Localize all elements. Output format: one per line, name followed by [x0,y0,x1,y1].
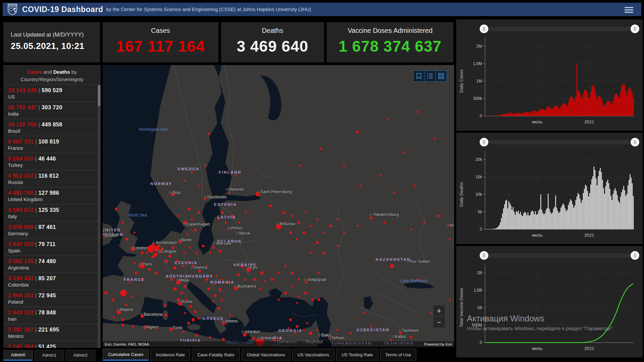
map-tab-global-vaccinations[interactable]: Global Vaccinations [241,349,290,361]
case-bubble[interactable] [316,329,318,331]
case-bubble[interactable] [113,316,115,318]
case-bubble[interactable] [271,278,273,281]
case-bubble[interactable] [305,212,307,214]
country-row[interactable]: 2 241 354 | 51 425Ukraine [3,341,101,348]
case-bubble[interactable] [152,255,154,258]
case-bubble[interactable] [291,285,293,287]
country-row[interactable]: 26 752 447 | 303 720India [3,102,101,119]
case-bubble[interactable] [155,272,158,274]
case-bubble[interactable] [417,111,419,113]
case-bubble[interactable] [121,323,124,326]
case-bubble[interactable] [390,264,394,268]
country-row[interactable]: 3 562 135 | 74 480Argentina [3,255,101,273]
country-row[interactable]: 4 952 412 | 116 812Russia [3,170,101,187]
case-bubble[interactable] [284,292,287,294]
legend-icon[interactable] [424,71,435,81]
case-bubble[interactable] [303,231,305,234]
case-bubble[interactable] [229,314,231,316]
map-tab-us-testing-rate[interactable]: US Testing Rate [336,349,378,361]
case-bubble[interactable] [414,185,416,187]
case-bubble[interactable] [217,307,220,310]
case-bubble[interactable] [180,292,183,294]
case-bubble[interactable] [278,272,280,274]
case-bubble[interactable] [192,318,195,321]
case-bubble[interactable] [311,299,313,301]
case-bubble[interactable] [168,255,171,257]
country-row[interactable]: 2 866 181 | 72 945Poland [3,290,101,307]
case-bubble[interactable] [404,151,406,153]
world-map[interactable]: Norwegian SeaNorth SeaMediterraneanLake … [103,65,454,347]
case-bubble[interactable] [189,305,192,308]
case-bubble[interactable] [244,279,246,281]
case-bubble[interactable] [111,298,114,301]
case-bubble[interactable] [132,295,134,297]
case-bubble[interactable] [184,180,186,182]
case-bubble[interactable] [309,331,312,335]
case-bubble[interactable] [363,312,365,314]
case-bubble[interactable] [148,268,151,271]
case-bubble[interactable] [387,118,389,120]
country-row[interactable]: 16 120 756 | 449 858Brazil [3,119,101,136]
case-bubble[interactable] [291,272,293,274]
country-row[interactable]: 4 480 760 | 127 986United Kingdom [3,187,101,204]
case-bubble[interactable] [104,291,108,295]
case-bubble[interactable] [187,322,190,324]
case-bubble[interactable] [182,265,184,267]
case-bubble[interactable] [320,148,322,150]
case-bubble[interactable] [291,215,293,217]
case-bubble[interactable] [173,287,177,291]
case-bubble[interactable] [186,233,188,235]
case-bubble[interactable] [393,191,395,193]
case-bubble[interactable] [191,218,193,220]
case-bubble[interactable] [245,212,247,214]
zoom-out-button[interactable]: − [433,317,445,328]
case-bubble[interactable] [289,231,292,234]
case-bubble[interactable] [164,314,167,316]
case-bubble[interactable] [336,218,338,220]
case-bubble[interactable] [147,245,154,252]
map-tab-cumulative-cases[interactable]: Cumulative Cases [103,349,149,361]
case-bubble[interactable] [370,217,373,219]
time-range-slider[interactable] [484,27,635,31]
case-bubble[interactable] [164,304,166,306]
case-bubble[interactable] [282,211,285,214]
case-bubble[interactable] [264,280,266,282]
case-bubble[interactable] [252,337,255,340]
case-bubble[interactable] [195,334,198,337]
map-tab-us-vaccinations[interactable]: US Vaccinations [292,349,334,361]
country-row[interactable]: 5 667 331 | 108 819France [3,136,101,153]
case-bubble[interactable] [204,165,206,167]
case-bubble[interactable] [219,288,221,291]
case-bubble[interactable] [125,238,128,241]
case-bubble[interactable] [184,312,186,314]
case-bubble[interactable] [194,229,197,231]
country-row[interactable]: 33 143 246 | 590 529US [3,84,101,102]
case-bubble[interactable] [222,338,225,341]
case-bubble[interactable] [343,232,345,234]
country-row[interactable]: 3 249 433 | 85 207Colombia [3,273,101,290]
case-bubble[interactable] [133,232,136,234]
admin-tab-admin0[interactable]: Admin0 [3,350,33,361]
country-row[interactable]: 4 194 672 | 125 335Italy [3,204,101,221]
case-bubble[interactable] [202,245,205,247]
case-bubble[interactable] [170,278,173,281]
case-bubble[interactable] [212,246,215,249]
case-bubble[interactable] [115,208,117,210]
case-bubble[interactable] [254,278,257,281]
case-bubble[interactable] [154,253,158,257]
case-bubble[interactable] [350,332,352,334]
case-bubble[interactable] [437,215,439,217]
case-bubble[interactable] [121,318,124,321]
case-bubble[interactable] [318,272,320,274]
case-bubble[interactable] [430,312,432,314]
case-bubble[interactable] [304,292,307,294]
case-bubble[interactable] [173,266,176,269]
country-row[interactable]: 3 647 520 | 79 711Spain [3,238,101,255]
case-bubble[interactable] [122,222,124,224]
case-bubble[interactable] [221,211,224,214]
case-bubble[interactable] [298,295,300,297]
menu-icon[interactable] [625,6,633,13]
layers-grid-icon[interactable] [435,71,446,81]
case-bubble[interactable] [318,298,320,301]
case-bubble[interactable] [216,275,218,277]
